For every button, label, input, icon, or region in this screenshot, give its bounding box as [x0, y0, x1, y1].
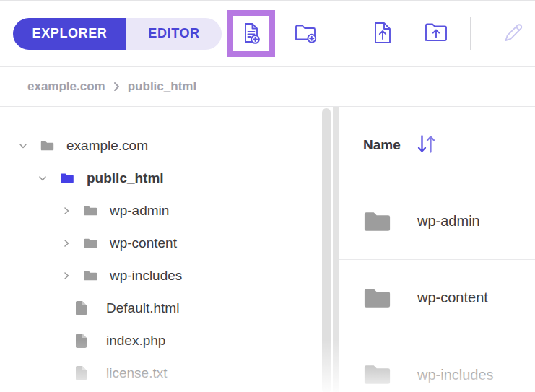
tree-item-label: example.com [66, 138, 148, 154]
chevron-right-icon [113, 82, 120, 92]
upload-folder-button[interactable] [424, 22, 448, 45]
toolbar-border [0, 66, 535, 67]
tree-item-label: wp-content [110, 235, 177, 251]
tree-item-license-txt[interactable]: license.txt [0, 357, 322, 389]
folder-open-icon [60, 173, 74, 184]
tree-item-wp-includes[interactable]: wp-includes [0, 259, 322, 292]
toolbar-divider [339, 17, 339, 50]
list-item-label: wp-admin [417, 213, 480, 230]
column-header-name[interactable]: Name [363, 137, 401, 153]
toolbar: EXPLORER EDITOR [0, 1, 535, 66]
folder-upload-icon [424, 22, 448, 45]
folder-plus-icon [293, 21, 318, 46]
breadcrumb-folder[interactable]: public_html [128, 79, 196, 94]
list-item-wp-includes[interactable]: wp-includes [339, 336, 535, 392]
list-item-wp-content[interactable]: wp-content [339, 260, 535, 336]
list-item-wp-admin[interactable]: wp-admin [339, 183, 535, 260]
folder-icon [84, 205, 97, 217]
file-list-header: Name [339, 107, 535, 183]
tree-item-wp-admin[interactable]: wp-admin [0, 194, 322, 227]
pencil-icon [503, 22, 524, 45]
tree-scrollbar[interactable] [322, 108, 331, 392]
sort-arrows-icon [414, 134, 438, 156]
sort-button[interactable] [414, 134, 438, 156]
tree-item-label: wp-includes [110, 268, 182, 284]
tree-item-label: Default.html [106, 300, 179, 316]
file-manager-window: EXPLORER EDITOR [0, 0, 535, 392]
folder-icon [363, 287, 391, 310]
file-upload-icon [373, 21, 393, 47]
main-content: example.com public_html wp-admin [0, 107, 535, 392]
new-file-button[interactable] [240, 21, 263, 47]
panel-splitter[interactable] [333, 107, 339, 392]
chevron-right-icon[interactable] [61, 271, 71, 281]
tree-item-default-html[interactable]: Default.html [0, 292, 322, 324]
new-file-highlight-box [227, 10, 275, 57]
tree-item-label: wp-admin [110, 203, 169, 219]
chevron-right-icon[interactable] [61, 206, 71, 216]
tab-explorer[interactable]: EXPLORER [13, 18, 126, 50]
list-item-label: wp-content [417, 289, 488, 306]
file-tree-panel: example.com public_html wp-admin [0, 107, 322, 392]
tree-item-label: license.txt [106, 365, 167, 381]
chevron-down-icon[interactable] [18, 141, 28, 151]
folder-icon [84, 238, 97, 249]
tree-item-wp-content[interactable]: wp-content [0, 227, 322, 259]
file-icon [75, 366, 87, 380]
tree-item-example-com[interactable]: example.com [0, 129, 322, 162]
new-folder-button[interactable] [293, 21, 318, 46]
file-icon [75, 301, 87, 315]
folder-icon [363, 210, 391, 233]
view-toggle: EXPLORER EDITOR [13, 18, 222, 50]
chevron-right-icon[interactable] [61, 238, 71, 248]
tree-item-label: public_html [87, 170, 164, 186]
tree-item-label: index.php [106, 333, 165, 349]
file-list-panel: Name [339, 107, 535, 392]
folder-icon [84, 270, 97, 282]
toolbar-divider [470, 17, 471, 50]
folder-icon [40, 140, 54, 152]
file-icon [75, 334, 87, 348]
list-item-label: wp-includes [417, 367, 494, 383]
edit-file-button[interactable] [503, 22, 524, 45]
chevron-down-icon[interactable] [38, 173, 48, 183]
tree-item-index-php[interactable]: index.php [0, 324, 322, 357]
folder-icon [363, 363, 391, 386]
breadcrumb: example.com public_html [0, 66, 535, 107]
file-plus-icon [240, 21, 263, 47]
tab-editor[interactable]: EDITOR [126, 18, 222, 50]
tree-item-public-html[interactable]: public_html [0, 162, 322, 194]
breadcrumb-site[interactable]: example.com [27, 79, 105, 94]
upload-file-button[interactable] [373, 21, 393, 47]
